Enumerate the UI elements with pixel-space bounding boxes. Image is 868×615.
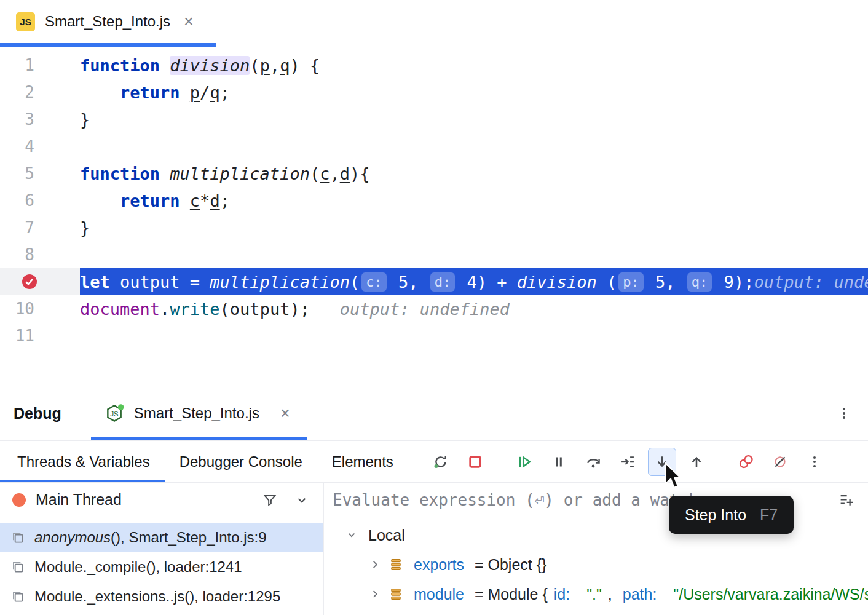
gutter-line-4[interactable]: 4: [0, 133, 80, 160]
code-line-4[interactable]: 4: [0, 133, 868, 160]
code-editor[interactable]: 1function division(p,q) {2 return p/q;3}…: [0, 47, 868, 386]
variable-row-module[interactable]: module = Module {id: ".", path: "/Users/…: [324, 579, 868, 609]
stack-frame[interactable]: Module._compile(), loader:1241: [0, 552, 323, 582]
code-line-11[interactable]: 11: [0, 322, 868, 349]
line-number: 10: [15, 300, 34, 318]
editor-code: 1function division(p,q) {2 return p/q;3}…: [0, 52, 868, 349]
code-content: return c*d;: [80, 187, 868, 214]
code-content: document.write(output); output: undefine…: [80, 295, 868, 322]
close-icon[interactable]: ×: [280, 405, 290, 422]
gutter-line-7[interactable]: 7: [0, 214, 80, 241]
stack-frame[interactable]: Module._extensions..js(), loader:1295: [0, 582, 323, 611]
gutter-line-8[interactable]: 8: [0, 241, 80, 268]
nodejs-icon: JS: [105, 403, 124, 423]
line-number: 8: [25, 245, 34, 264]
pause-icon[interactable]: [545, 448, 573, 476]
code-content: [80, 241, 868, 268]
editor-tab-title: Smart_Step_Into.js: [45, 13, 170, 30]
code-line-7[interactable]: 7}: [0, 214, 868, 241]
object-icon: [388, 557, 404, 573]
resume-icon[interactable]: [510, 448, 539, 476]
chevron-right-icon[interactable]: [368, 558, 382, 571]
frame-label: Module._compile(), loader:1241: [34, 558, 242, 576]
frame-icon: [10, 559, 26, 575]
smart-step-into-icon[interactable]: [614, 448, 642, 476]
code-line-9[interactable]: let output = multiplication(c: 5, d: 4) …: [0, 268, 868, 295]
editor-tab-bar: JS Smart_Step_Into.js ×: [0, 0, 868, 47]
evaluate-placeholder: Evaluate expression (⏎) or add a watch: [333, 491, 698, 509]
gutter-line-2[interactable]: 2: [0, 79, 80, 106]
frames-list: anonymous(), Smart_Step_Into.js:9Module.…: [0, 523, 323, 611]
variable-name: exports: [414, 556, 464, 574]
gutter-line-9[interactable]: [0, 268, 80, 295]
tab-threads-variables[interactable]: Threads & Variables: [0, 441, 165, 482]
step-over-icon[interactable]: [579, 448, 607, 476]
code-line-8[interactable]: 8: [0, 241, 868, 268]
line-number: 2: [25, 83, 34, 101]
breakpoint-icon[interactable]: [21, 273, 38, 290]
gutter-line-1[interactable]: 1: [0, 52, 80, 79]
mute-breakpoints-icon[interactable]: [766, 448, 794, 476]
code-line-1[interactable]: 1function division(p,q) {: [0, 52, 868, 79]
tree-items: exports = Object {}module = Module {id: …: [324, 550, 868, 609]
more-options-icon[interactable]: [836, 405, 852, 421]
code-content: [80, 322, 868, 349]
inline-debug-hint: output: undefined: [754, 272, 868, 292]
stop-icon[interactable]: [461, 448, 489, 476]
step-out-icon[interactable]: [682, 448, 711, 476]
add-watch-icon[interactable]: [837, 491, 856, 509]
code-line-10[interactable]: 10document.write(output); output: undefi…: [0, 295, 868, 322]
thread-label: Main Thread: [36, 491, 122, 509]
variable-row-exports[interactable]: exports = Object {}: [324, 550, 868, 579]
stack-frame[interactable]: anonymous(), Smart_Step_Into.js:9: [0, 523, 323, 552]
chevron-down-icon[interactable]: [294, 492, 310, 508]
view-breakpoints-icon[interactable]: [732, 448, 760, 476]
chevron-down-icon[interactable]: [345, 528, 358, 542]
line-number: 7: [25, 218, 34, 237]
tooltip-shortcut: F7: [760, 506, 778, 524]
tab-elements[interactable]: Elements: [317, 441, 408, 482]
frame-icon: [10, 530, 26, 546]
line-number: 6: [25, 191, 34, 210]
code-line-3[interactable]: 3}: [0, 106, 868, 133]
debug-toolwindow-header: Debug JS Smart_Step_Into.js ×: [0, 386, 868, 441]
more-icon[interactable]: [800, 448, 829, 476]
code-content: let output = multiplication(c: 5, d: 4) …: [80, 268, 868, 295]
debug-toolwindow-title: Debug: [14, 405, 61, 423]
filter-icon[interactable]: [262, 492, 278, 508]
line-number: 4: [25, 137, 34, 156]
code-line-6[interactable]: 6 return c*d;: [0, 187, 868, 214]
code-line-2[interactable]: 2 return p/q;: [0, 79, 868, 106]
debug-session-tab-title: Smart_Step_Into.js: [134, 405, 259, 422]
debug-session-tab[interactable]: JS Smart_Step_Into.js ×: [91, 386, 307, 440]
code-content: [80, 133, 868, 160]
mouse-cursor: [663, 462, 685, 493]
close-icon[interactable]: ×: [184, 14, 194, 30]
line-number: 3: [25, 110, 34, 129]
frame-icon: [10, 589, 26, 605]
active-tab-indicator: [91, 437, 307, 440]
scope-label: Local: [368, 526, 405, 544]
code-content: function division(p,q) {: [80, 52, 868, 79]
thread-selector[interactable]: Main Thread: [0, 483, 323, 517]
frame-label: Module._extensions..js(), loader:1295: [34, 588, 280, 605]
ide-window: JS Smart_Step_Into.js × 1function divisi…: [0, 0, 868, 615]
line-number: 1: [25, 56, 34, 74]
editor-tab-smart-step-into[interactable]: JS Smart_Step_Into.js ×: [0, 0, 216, 43]
debugger-toolbar: [427, 448, 829, 476]
code-content: return p/q;: [80, 79, 868, 106]
code-content: }: [80, 214, 868, 241]
gutter-line-6[interactable]: 6: [0, 187, 80, 214]
tab-debugger-console[interactable]: Debugger Console: [165, 441, 317, 482]
gutter-line-5[interactable]: 5: [0, 160, 80, 187]
debug-tabs-row: Threads & Variables Debugger Console Ele…: [0, 441, 868, 483]
line-number: 5: [25, 164, 34, 183]
chevron-right-icon[interactable]: [368, 587, 382, 601]
code-line-5[interactable]: 5function multiplication(c,d){: [0, 160, 868, 187]
code-content: }: [80, 106, 868, 133]
gutter-line-11[interactable]: 11: [0, 322, 80, 349]
rerun-icon[interactable]: [427, 448, 455, 476]
gutter-line-10[interactable]: 10: [0, 295, 80, 322]
gutter-line-3[interactable]: 3: [0, 106, 80, 133]
variable-name: module: [414, 585, 464, 603]
